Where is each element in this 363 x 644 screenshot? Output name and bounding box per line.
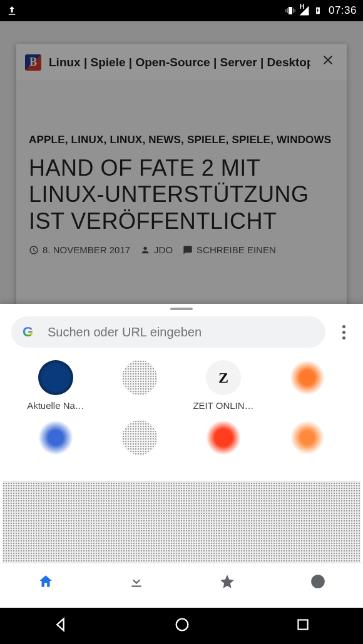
clock-label: 07:36 [329,4,357,17]
back-button[interactable] [52,616,69,636]
overflow-menu-button[interactable] [332,316,355,348]
signal-icon: H [299,5,310,16]
shortcut-tile[interactable] [99,360,180,411]
star-icon [219,573,235,590]
google-logo-icon: G [23,324,39,340]
network-type-label: H [300,3,304,10]
svg-rect-1 [298,620,307,629]
shortcut-label: Aktuelle Na… [27,400,84,411]
download-icon [128,573,145,590]
search-placeholder: Suchen oder URL eingeben [48,325,202,340]
battery-charging-icon [312,5,324,16]
shortcut-icon [122,420,157,455]
shortcut-tile[interactable] [267,420,348,471]
android-nav-bar [0,608,363,644]
android-status-bar: H 07:36 [0,0,363,21]
drag-handle[interactable] [170,308,193,310]
nav-home-button[interactable] [0,563,91,599]
shortcut-icon [206,420,241,455]
vibrate-icon [285,5,296,16]
shortcut-tile[interactable]: Aktuelle Na… [15,360,96,411]
shortcut-icon [122,360,157,395]
chrome-bottom-nav [0,563,363,599]
new-tab-bottom-sheet: G Suchen oder URL eingeben Aktuelle Na… … [0,304,363,608]
home-button[interactable] [173,616,191,636]
app-area: B Linux | Spiele | Open-Source | Server … [0,21,363,608]
shortcut-icon: Z [206,360,241,395]
nav-bookmarks-button[interactable] [182,563,272,599]
shortcuts-grid: Aktuelle Na… Z ZEIT ONLIN… [0,350,363,476]
nav-downloads-button[interactable] [91,563,182,599]
shortcut-tile[interactable] [99,420,180,471]
shortcut-label: ZEIT ONLIN… [193,400,253,411]
shortcut-icon [38,360,73,395]
shortcut-tile[interactable] [267,360,348,411]
search-bar[interactable]: G Suchen oder URL eingeben [11,316,325,348]
shortcut-icon [290,360,325,395]
shortcut-icon [290,420,325,455]
shortcut-icon [38,420,73,455]
svg-point-0 [176,619,188,631]
suggested-content-card[interactable] [3,481,360,563]
upload-icon [6,5,18,16]
home-icon [38,573,54,590]
shortcut-tile[interactable] [15,420,96,471]
clock-icon [310,573,326,590]
recents-button[interactable] [295,616,311,635]
shortcut-tile[interactable]: Z ZEIT ONLIN… [183,360,264,411]
nav-history-button[interactable] [272,563,363,599]
shortcut-tile[interactable] [183,420,264,471]
